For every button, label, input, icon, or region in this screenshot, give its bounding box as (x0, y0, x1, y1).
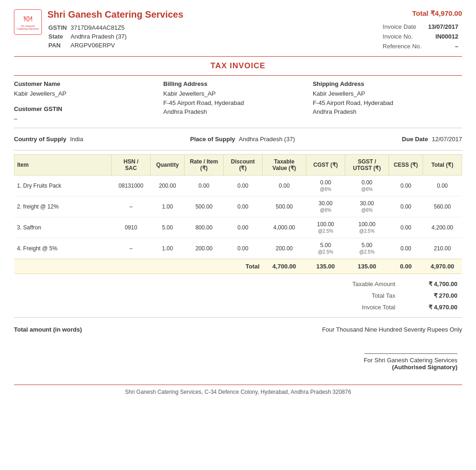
col-cgst: CGST (₹) (306, 155, 345, 176)
row-rate: 0.00 (185, 176, 224, 196)
customer-name-label: Customer Name (14, 80, 163, 87)
total-label: Total (14, 259, 263, 274)
company-left: 🍽 Sri GaneshCatering Services Shri Ganes… (14, 9, 183, 50)
company-name: Shri Ganesh Catering Services (47, 9, 183, 20)
signature-line (364, 353, 457, 354)
row-qty: 200.00 (151, 176, 185, 196)
shipping-block: Shipping Address Kabir Jewellers_AP F-45… (313, 80, 462, 123)
header-divider (14, 56, 462, 57)
taxable-amount-label: Taxable Amount (314, 279, 399, 289)
row-qty: 1.00 (151, 196, 185, 217)
row-sgst: 100.00@2.5% (345, 217, 389, 238)
invoice-date-label: Invoice Date (380, 22, 424, 31)
header-right: Total ₹4,970.00 Invoice Date 13/07/2017 … (379, 9, 462, 52)
state-value: Andhra Pradesh (37) (71, 33, 130, 40)
pan-label: PAN (48, 41, 70, 49)
totals-table: Taxable Amount ₹ 4,700.00 Total Tax ₹ 27… (313, 278, 462, 313)
shipping-line2: Andhra Pradesh (313, 107, 462, 117)
col-hsn: HSN /SAC (112, 155, 151, 176)
due-date-label: Due Date (402, 136, 428, 143)
col-qty: Quantity (151, 155, 185, 176)
invoice-total-label: Invoice Total (314, 302, 399, 313)
billing-name: Kabir Jewellers_AP (163, 89, 312, 98)
total-tax-label: Total Tax (314, 290, 399, 301)
footer-cgst: 135.00 (306, 259, 345, 274)
table-footer-row: Total 4,700.00 135.00 135.00 0.00 4,970.… (14, 259, 462, 274)
place-supply-label: Place of Supply (190, 136, 235, 143)
signature-section: For Shri Ganesh Catering Services (Autho… (14, 353, 462, 371)
table-row: 4. Freight @ 5% – 1.00 200.00 0.00 200.0… (14, 238, 462, 259)
col-cess: CESS (₹) (389, 155, 423, 176)
items-table: Item HSN /SAC Quantity Rate / Item(₹) Di… (14, 154, 462, 274)
invoice-no-value: IN00012 (425, 32, 461, 41)
words-value: Four Thousand Nine Hundred Seventy Rupee… (322, 326, 462, 333)
row-cess: 0.00 (389, 196, 423, 217)
row-cess: 0.00 (389, 238, 423, 259)
footer-sgst: 135.00 (345, 259, 389, 274)
row-item: 2. freight @ 12% (14, 196, 112, 217)
table-row: 1. Dry Fruits Pack 08131000 200.00 0.00 … (14, 176, 462, 196)
row-qty: 5.00 (151, 217, 185, 238)
company-logo: 🍽 Sri GaneshCatering Services (14, 9, 42, 35)
col-discount: Discount(₹) (224, 155, 263, 176)
country-supply-label: Country of Supply (14, 136, 66, 143)
row-total: 4,200.00 (423, 217, 462, 238)
logo-icon: 🍽 (24, 14, 32, 24)
footer-text: Shri Ganesh Catering Services, C-34 Defe… (14, 389, 462, 395)
row-item: 3. Saffron (14, 217, 112, 238)
reference-value: – (425, 42, 461, 51)
col-sgst: SGST /UTGST (₹) (345, 155, 389, 176)
header-section: 🍽 Sri GaneshCatering Services Shri Ganes… (14, 9, 462, 52)
row-discount: 0.00 (224, 176, 263, 196)
row-cgst: 30.00@6% (306, 196, 345, 217)
customer-gstin-label: Customer GSTIN (14, 105, 163, 112)
row-taxable: 0.00 (262, 176, 306, 196)
row-rate: 200.00 (185, 238, 224, 259)
footer-total: 4,970.00 (423, 259, 462, 274)
place-supply-value: Andhra Pradesh (37) (239, 136, 295, 143)
customer-divider (14, 128, 462, 128)
invoice-no-label: Invoice No. (380, 32, 424, 41)
footer-section: Shri Ganesh Catering Services, C-34 Defe… (14, 385, 462, 395)
customer-name-value: Kabir Jewellers_AP (14, 89, 163, 98)
total-tax-value: ₹ 270.00 (400, 290, 461, 301)
shipping-name: Kabir Jewellers_AP (313, 89, 462, 98)
table-row: 2. freight @ 12% – 1.00 500.00 0.00 500.… (14, 196, 462, 217)
row-hsn: 0910 (112, 217, 151, 238)
gstin-label: GSTIN (48, 24, 70, 32)
place-supply-item: Place of Supply Andhra Pradesh (37) (190, 136, 295, 143)
col-item: Item (14, 155, 112, 176)
signature-for: For Shri Ganesh Catering Services (14, 357, 457, 364)
row-rate: 500.00 (185, 196, 224, 217)
row-discount: 0.00 (224, 217, 263, 238)
col-taxable: TaxableValue (₹) (262, 155, 306, 176)
country-supply-item: Country of Supply India (14, 136, 83, 143)
row-cgst: 100.00@2.5% (306, 217, 345, 238)
billing-block: Billing Address Kabir Jewellers_AP F-45 … (163, 80, 312, 123)
words-section: Total amount (in words) Four Thousand Ni… (14, 324, 462, 335)
supply-divider (14, 150, 462, 150)
country-supply-value: India (70, 136, 83, 143)
customer-section: Customer Name Kabir Jewellers_AP Custome… (14, 80, 462, 123)
totals-divider (14, 317, 462, 318)
row-hsn: – (112, 238, 151, 259)
shipping-label: Shipping Address (313, 80, 462, 87)
row-qty: 1.00 (151, 238, 185, 259)
signature-signatory: (Authorised Signatory) (14, 364, 457, 371)
row-taxable: 200.00 (262, 238, 306, 259)
customer-block: Customer Name Kabir Jewellers_AP Custome… (14, 80, 163, 123)
row-total: 0.00 (423, 176, 462, 196)
row-item: 4. Freight @ 5% (14, 238, 112, 259)
row-sgst: 0.00@6% (345, 176, 389, 196)
company-info: Shri Ganesh Catering Services GSTIN 3717… (47, 9, 183, 50)
title-divider (14, 75, 462, 76)
row-discount: 0.00 (224, 238, 263, 259)
row-cess: 0.00 (389, 176, 423, 196)
billing-label: Billing Address (163, 80, 312, 87)
row-sgst: 30.00@6% (345, 196, 389, 217)
row-cgst: 0.00@6% (306, 176, 345, 196)
row-hsn: 08131000 (112, 176, 151, 196)
row-total: 210.00 (423, 238, 462, 259)
row-cess: 0.00 (389, 217, 423, 238)
totals-section: Taxable Amount ₹ 4,700.00 Total Tax ₹ 27… (14, 278, 462, 313)
